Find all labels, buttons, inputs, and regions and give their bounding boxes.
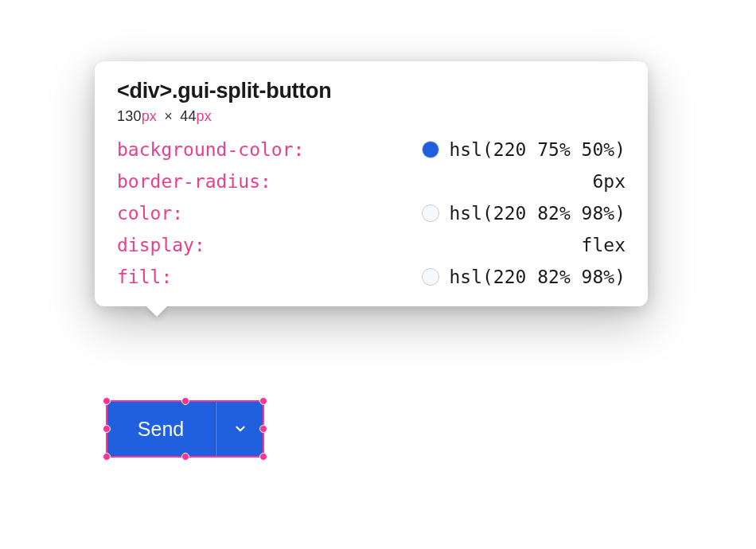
dim-height-unit: px — [197, 108, 212, 124]
color-swatch-icon — [422, 204, 439, 222]
css-property-name: display: — [117, 235, 205, 255]
tooltip-header: <div>.gui-split-button 130px × 44px — [117, 79, 625, 125]
send-button[interactable]: Send — [106, 400, 216, 458]
element-dimensions: 130px × 44px — [117, 108, 625, 125]
element-selector: <div>.gui-split-button — [117, 79, 625, 103]
dim-height-value: 44 — [180, 108, 196, 124]
css-property-list: background-color: hsl(220 75% 50%) borde… — [117, 139, 625, 287]
css-property-row: background-color: hsl(220 75% 50%) — [117, 139, 625, 160]
dropdown-toggle-button[interactable] — [216, 400, 264, 458]
color-swatch-icon — [422, 141, 439, 158]
css-property-value: hsl(220 82% 98%) — [422, 267, 625, 287]
css-property-value: flex — [582, 235, 625, 255]
css-property-name: background-color: — [117, 139, 304, 160]
css-property-row: display: flex — [117, 235, 625, 255]
css-property-value: 6px — [592, 171, 625, 192]
css-property-name: color: — [117, 203, 183, 224]
css-property-name: fill: — [117, 267, 172, 287]
css-property-row: border-radius: 6px — [117, 171, 625, 192]
send-button-label: Send — [138, 418, 184, 441]
css-property-row: fill: hsl(220 82% 98%) — [117, 267, 625, 287]
chevron-down-icon — [233, 422, 247, 436]
color-swatch-icon — [422, 268, 439, 286]
css-property-row: color: hsl(220 82% 98%) — [117, 203, 625, 224]
tooltip-arrow-icon — [146, 306, 168, 317]
selected-element-wrapper: Send — [106, 400, 264, 458]
dim-width-unit: px — [142, 108, 157, 124]
css-property-value: hsl(220 82% 98%) — [422, 203, 625, 224]
devtools-element-tooltip: <div>.gui-split-button 130px × 44px back… — [95, 61, 648, 306]
css-property-value: hsl(220 75% 50%) — [422, 139, 625, 160]
gui-split-button[interactable]: Send — [106, 400, 264, 458]
dim-separator: × — [164, 108, 173, 124]
dim-width-value: 130 — [117, 108, 142, 124]
css-property-name: border-radius: — [117, 171, 271, 192]
